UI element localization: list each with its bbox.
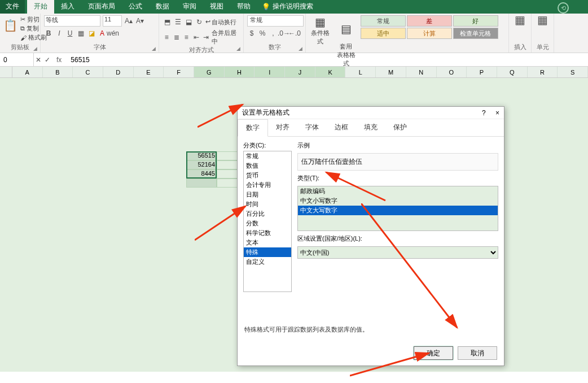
share-icon[interactable]: ⟲ <box>558 2 569 14</box>
dlg-tab-protect[interactable]: 保护 <box>385 119 415 136</box>
cat-special[interactable]: 特殊 <box>244 247 291 257</box>
percent-icon[interactable]: % <box>258 29 267 38</box>
tell-me-search[interactable]: 💡 操作说明搜索 <box>257 0 318 14</box>
col-G[interactable]: G <box>194 67 225 77</box>
align-center-icon[interactable]: ≣ <box>172 33 180 42</box>
cancel-formula-icon[interactable]: ✕ <box>34 55 43 64</box>
col-Q[interactable]: Q <box>497 67 528 77</box>
merge-center-button[interactable]: 合并后居中 <box>212 29 240 46</box>
clipboard-launcher[interactable]: ◢ <box>33 46 39 51</box>
dlg-tab-fill[interactable]: 填充 <box>356 119 385 136</box>
cell-styles-gallery[interactable]: 常规 差 好 适中 计算 检查单元格 <box>361 15 505 39</box>
cat-accounting[interactable]: 会计专用 <box>244 180 291 190</box>
fx-icon[interactable]: fx <box>52 56 66 64</box>
tab-review[interactable]: 审阅 <box>176 0 203 14</box>
font-color-button[interactable]: A <box>98 29 107 38</box>
align-top-icon[interactable]: ⬒ <box>163 18 172 27</box>
comma-icon[interactable]: , <box>269 29 278 38</box>
cell-G-r1[interactable]: 56515 <box>186 151 217 160</box>
type-cn-upper[interactable]: 中文大写数字 <box>298 206 498 215</box>
cat-scientific[interactable]: 科学记数 <box>244 228 291 238</box>
currency-icon[interactable]: $ <box>247 29 256 38</box>
col-R[interactable]: R <box>528 67 558 77</box>
style-good[interactable]: 好 <box>453 15 498 27</box>
col-H[interactable]: H <box>225 67 255 77</box>
align-right-icon[interactable]: ≡ <box>182 33 190 42</box>
cat-time[interactable]: 时间 <box>244 199 291 209</box>
tab-help[interactable]: 帮助 <box>230 0 257 14</box>
paste-icon[interactable]: 📋 <box>3 15 17 36</box>
tab-insert[interactable]: 插入 <box>54 0 81 14</box>
style-check[interactable]: 检查单元格 <box>453 28 498 39</box>
number-launcher[interactable]: ◢ <box>299 46 304 51</box>
align-mid-icon[interactable]: ☰ <box>173 18 182 27</box>
col-N[interactable]: N <box>406 67 437 77</box>
col-D[interactable]: D <box>103 67 134 77</box>
select-all-corner[interactable] <box>0 67 12 77</box>
dlg-tab-font[interactable]: 字体 <box>297 119 327 136</box>
col-J[interactable]: J <box>285 67 315 77</box>
col-O[interactable]: O <box>437 67 467 77</box>
orientation-icon[interactable]: ↻ <box>195 18 204 27</box>
cat-fraction[interactable]: 分数 <box>244 219 291 228</box>
col-I[interactable]: I <box>254 67 285 77</box>
number-format-select[interactable]: 常规 <box>247 15 304 27</box>
formula-value[interactable]: 56515 <box>66 56 89 64</box>
tab-view[interactable]: 视图 <box>203 0 230 14</box>
conditional-format-button[interactable]: ▦ 条件格式 <box>309 15 331 46</box>
dec-decimal-icon[interactable]: ←.0 <box>290 29 299 38</box>
cat-percent[interactable]: 百分比 <box>244 209 291 219</box>
col-B[interactable]: B <box>43 67 73 77</box>
bold-button[interactable]: B <box>44 29 53 38</box>
dlg-tab-number[interactable]: 数字 <box>238 119 268 137</box>
font-size-select[interactable]: 11 <box>103 15 122 27</box>
tab-layout[interactable]: 页面布局 <box>81 0 122 14</box>
locale-select[interactable]: 中文(中国) <box>297 246 498 259</box>
insert-cells-button[interactable]: ▦ <box>512 15 528 24</box>
style-normal[interactable]: 常规 <box>361 15 406 27</box>
delete-cells-button[interactable]: ▦ <box>535 15 550 24</box>
align-launcher[interactable]: ◢ <box>236 46 242 51</box>
decrease-font-icon[interactable]: A▾ <box>135 16 144 25</box>
style-calc[interactable]: 计算 <box>407 28 452 39</box>
col-E[interactable]: E <box>134 67 164 77</box>
col-A[interactable]: A <box>12 67 43 77</box>
ok-button[interactable]: 确定 <box>414 346 453 360</box>
format-as-table-button[interactable]: ▤ 套用 表格格式 <box>335 15 357 68</box>
align-left-icon[interactable]: ≡ <box>163 33 170 42</box>
tab-data[interactable]: 数据 <box>149 0 176 14</box>
style-neutral[interactable]: 适中 <box>361 28 406 39</box>
cancel-button[interactable]: 取消 <box>458 346 497 360</box>
type-postal[interactable]: 邮政编码 <box>298 186 498 196</box>
border-button[interactable]: ▦ <box>76 29 85 38</box>
cat-date[interactable]: 日期 <box>244 190 291 199</box>
col-M[interactable]: M <box>376 67 406 77</box>
col-P[interactable]: P <box>467 67 497 77</box>
tab-formula[interactable]: 公式 <box>122 0 149 14</box>
category-list[interactable]: 常规 数值 货币 会计专用 日期 时间 百分比 分数 科学记数 文本 特殊 自定… <box>243 151 292 292</box>
wrap-text-button[interactable]: ↩自动换行 <box>205 18 236 27</box>
cell-G-r4[interactable] <box>186 179 217 188</box>
fill-color-button[interactable]: ◪ <box>87 29 96 38</box>
cell-G-r2[interactable]: 52164 <box>186 160 217 169</box>
cat-general[interactable]: 常规 <box>244 151 291 161</box>
cat-currency[interactable]: 货币 <box>244 171 291 180</box>
dialog-help-button[interactable]: ? <box>482 109 486 117</box>
col-S[interactable]: S <box>558 67 588 77</box>
type-list[interactable]: 邮政编码 中文小写数字 中文大写数字 <box>297 186 498 231</box>
dialog-close-button[interactable]: × <box>495 109 499 117</box>
indent-dec-icon[interactable]: ⇤ <box>192 33 200 42</box>
align-bot-icon[interactable]: ⬓ <box>184 18 193 27</box>
font-name-select[interactable]: 等线 <box>44 15 100 27</box>
tab-file[interactable]: 文件 <box>0 0 25 14</box>
cat-custom[interactable]: 自定义 <box>244 257 291 267</box>
cell-G-r3[interactable]: 8445 <box>186 169 217 179</box>
name-box[interactable]: 0 <box>0 53 34 66</box>
type-cn-lower[interactable]: 中文小写数字 <box>298 196 498 206</box>
col-L[interactable]: L <box>345 67 376 77</box>
col-C[interactable]: C <box>73 67 103 77</box>
increase-font-icon[interactable]: A▴ <box>124 16 133 25</box>
col-K[interactable]: K <box>315 67 346 77</box>
style-bad[interactable]: 差 <box>407 15 452 27</box>
enter-formula-icon[interactable]: ✓ <box>43 55 52 64</box>
